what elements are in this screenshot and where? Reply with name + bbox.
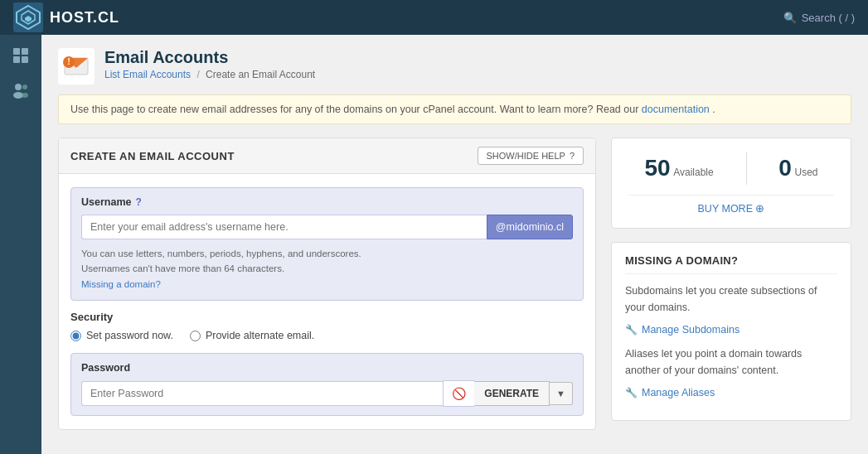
breadcrumb-parent[interactable]: List Email Accounts bbox=[104, 69, 191, 80]
documentation-link[interactable]: documentation bbox=[642, 104, 710, 115]
security-label: Security bbox=[70, 311, 584, 323]
show-hide-label: SHOW/HIDE HELP bbox=[487, 151, 565, 161]
used-label: Used bbox=[795, 167, 818, 178]
form-panel-header: CREATE AN EMAIL ACCOUNT SHOW/HIDE HELP ? bbox=[59, 138, 595, 174]
radio-set-password-input[interactable] bbox=[70, 331, 81, 341]
subdomains-text: Subdomains let you create subsections of… bbox=[625, 283, 837, 316]
aliases-text: Aliases let you point a domain towards a… bbox=[625, 345, 837, 379]
content-row: CREATE AN EMAIL ACCOUNT SHOW/HIDE HELP ?… bbox=[58, 138, 851, 430]
used-number: 0 bbox=[778, 155, 792, 181]
svg-point-11 bbox=[22, 93, 28, 98]
radio-alternate-email-input[interactable] bbox=[190, 331, 201, 341]
page-icon: ! bbox=[58, 48, 95, 85]
right-panel: 50 Available 0 Used BUY MORE ⊕ MISSING A… bbox=[611, 138, 851, 421]
username-help-icon[interactable]: ? bbox=[135, 196, 141, 208]
radio-set-password[interactable]: Set password now. bbox=[70, 330, 173, 341]
missing-domain-title: MISSING A DOMAIN? bbox=[625, 254, 837, 274]
sidebar bbox=[0, 35, 41, 454]
breadcrumb-current: Create an Email Account bbox=[206, 69, 315, 80]
password-input[interactable] bbox=[81, 381, 443, 406]
info-text-before: Use this page to create new email addres… bbox=[70, 104, 638, 115]
username-hint: You can use letters, numbers, periods, h… bbox=[81, 246, 573, 292]
stats-divider bbox=[746, 152, 747, 185]
page-title-area: Email Accounts List Email Accounts / Cre… bbox=[104, 48, 315, 80]
security-section: Security Set password now. Provide alter… bbox=[70, 311, 584, 341]
security-radio-group: Set password now. Provide alternate emai… bbox=[70, 330, 584, 341]
username-input-row: @midominio.cl bbox=[81, 215, 573, 239]
wrench-icon-aliases: 🔧 bbox=[625, 387, 638, 398]
svg-rect-4 bbox=[13, 48, 20, 55]
username-label: Username ? bbox=[81, 196, 573, 208]
logo-text: HOST.CL bbox=[50, 9, 119, 27]
topbar: HOST.CL 🔍 Search ( / ) bbox=[0, 0, 868, 35]
eye-slash-icon: 🚫 bbox=[452, 387, 466, 400]
sidebar-icon-users[interactable] bbox=[8, 78, 33, 103]
missing-domain-box: MISSING A DOMAIN? Subdomains let you cre… bbox=[611, 242, 851, 421]
search-placeholder-text: Search ( / ) bbox=[802, 12, 855, 24]
page-title: Email Accounts bbox=[104, 48, 315, 67]
svg-text:!: ! bbox=[67, 56, 70, 66]
page-header: ! Email Accounts List Email Accounts / C… bbox=[58, 48, 851, 85]
svg-rect-7 bbox=[22, 56, 28, 63]
info-text-after: . bbox=[712, 104, 715, 115]
wrench-icon-subdomains: 🔧 bbox=[625, 324, 638, 336]
svg-point-10 bbox=[22, 85, 27, 89]
password-label: Password bbox=[81, 362, 573, 374]
svg-rect-6 bbox=[13, 56, 20, 63]
info-bar: Use this page to create new email addres… bbox=[58, 94, 851, 124]
available-number: 50 bbox=[644, 155, 670, 181]
manage-subdomains-link[interactable]: 🔧 Manage Subdomains bbox=[625, 324, 837, 336]
password-field-group: Password 🚫 GENERATE ▼ bbox=[70, 353, 584, 416]
help-circle-icon: ? bbox=[570, 151, 575, 161]
search-icon: 🔍 bbox=[783, 12, 797, 24]
stats-box: 50 Available 0 Used BUY MORE ⊕ bbox=[611, 138, 851, 229]
main-content: ! Email Accounts List Email Accounts / C… bbox=[41, 35, 868, 454]
radio-alternate-email[interactable]: Provide alternate email. bbox=[190, 330, 314, 341]
form-panel: CREATE AN EMAIL ACCOUNT SHOW/HIDE HELP ?… bbox=[58, 138, 596, 430]
used-stat: 0 Used bbox=[778, 155, 817, 181]
search-area: 🔍 Search ( / ) bbox=[783, 12, 855, 24]
username-field-group: Username ? @midominio.cl You can use let… bbox=[70, 187, 584, 301]
svg-rect-5 bbox=[22, 48, 28, 55]
available-label: Available bbox=[673, 167, 713, 178]
missing-domain-link[interactable]: Missing a domain? bbox=[81, 279, 161, 289]
logo-area: HOST.CL bbox=[13, 2, 119, 32]
manage-aliases-link[interactable]: 🔧 Manage Aliases bbox=[625, 387, 837, 398]
form-panel-body: Username ? @midominio.cl You can use let… bbox=[59, 174, 595, 429]
available-stat: 50 Available bbox=[644, 155, 713, 181]
buy-more-link[interactable]: BUY MORE ⊕ bbox=[628, 195, 834, 215]
stats-row: 50 Available 0 Used bbox=[628, 152, 834, 185]
breadcrumb: List Email Accounts / Create an Email Ac… bbox=[104, 69, 315, 80]
sidebar-icon-grid[interactable] bbox=[8, 43, 33, 68]
show-hide-help-button[interactable]: SHOW/HIDE HELP ? bbox=[478, 147, 584, 165]
form-panel-title: CREATE AN EMAIL ACCOUNT bbox=[70, 150, 235, 162]
password-input-row: 🚫 GENERATE ▼ bbox=[81, 380, 573, 407]
generate-password-button[interactable]: GENERATE bbox=[474, 381, 550, 406]
password-toggle-button[interactable]: 🚫 bbox=[443, 380, 474, 407]
username-input[interactable] bbox=[81, 215, 487, 239]
logo-icon bbox=[13, 2, 43, 32]
generate-dropdown-button[interactable]: ▼ bbox=[550, 382, 573, 405]
domain-badge: @midominio.cl bbox=[487, 215, 573, 239]
svg-point-8 bbox=[15, 84, 22, 90]
breadcrumb-separator: / bbox=[196, 69, 199, 80]
